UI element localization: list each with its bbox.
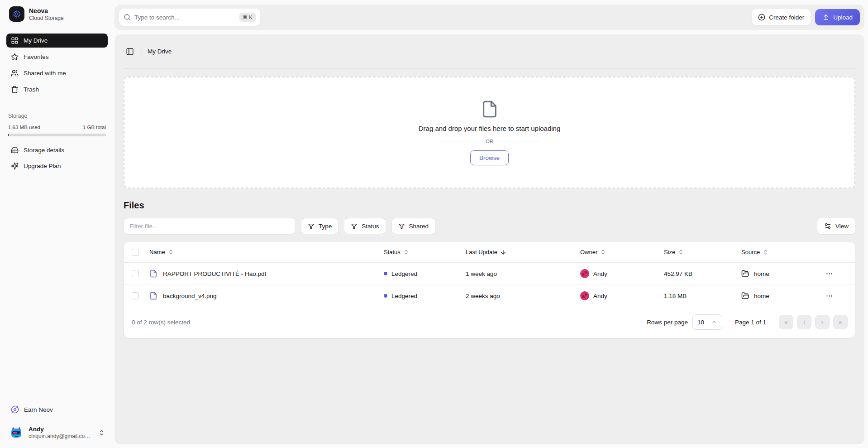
brand-name: Neova — [29, 7, 64, 15]
sidebar-item-storage-details[interactable]: Storage details — [6, 143, 108, 158]
files-table: Name Status Last Update — [124, 241, 855, 338]
sidebar-item-trash[interactable]: Trash — [6, 82, 108, 96]
funnel-icon — [351, 223, 358, 230]
search-input[interactable] — [134, 14, 236, 21]
folder-open-icon — [741, 292, 749, 300]
column-header-last-update[interactable]: Last Update — [466, 249, 580, 255]
select-all-checkbox[interactable] — [132, 249, 139, 256]
column-label: Size — [664, 249, 675, 255]
file-name: background_v4.png — [163, 293, 217, 299]
search-icon — [124, 14, 131, 21]
owner-name: Andy — [593, 270, 607, 277]
sidebar-link-label: Storage details — [24, 147, 64, 154]
owner-avatar — [580, 269, 589, 278]
table-header-row: Name Status Last Update — [124, 242, 855, 263]
storage-used: 1.63 MB used — [8, 125, 40, 130]
earn-neov-label: Earn Neov — [24, 406, 53, 413]
sort-chevrons-icon — [403, 249, 409, 255]
column-header-source[interactable]: Source — [741, 249, 825, 255]
user-meta: Andy cinquin.andy@gmail.co… — [29, 426, 94, 439]
chevron-up-icon — [711, 319, 717, 325]
previous-page-button[interactable]: ‹ — [797, 315, 811, 329]
column-header-owner[interactable]: Owner — [580, 249, 664, 255]
status-dot — [384, 294, 387, 298]
sliders-icon — [824, 222, 831, 230]
row-actions-button[interactable] — [825, 292, 855, 300]
row-checkbox[interactable] — [132, 292, 139, 299]
earn-neov-link[interactable]: Earn Neov — [6, 403, 108, 416]
brand-text: Neova Cloud Storage — [29, 7, 64, 21]
file-name: RAPPORT PRODUCTIVITÉ - Hao.pdf — [163, 270, 266, 277]
create-folder-button[interactable]: Create folder — [752, 9, 811, 25]
user-menu[interactable]: Andy cinquin.andy@gmail.co… — [6, 423, 108, 443]
source-label: home — [754, 270, 769, 277]
trash-icon — [11, 86, 19, 93]
sidebar-item-label: Trash — [24, 86, 39, 93]
table-row[interactable]: RAPPORT PRODUCTIVITÉ - Hao.pdf Ledgered … — [124, 263, 855, 285]
filter-file-input[interactable] — [124, 218, 296, 234]
row-actions-button[interactable] — [825, 270, 855, 278]
rows-per-page-label: Rows per page — [647, 319, 688, 326]
column-header-status[interactable]: Status — [384, 249, 466, 255]
file-icon — [149, 270, 157, 278]
storage-progress-bar — [8, 134, 106, 136]
users-icon — [11, 69, 19, 77]
sidebar-item-upgrade-plan[interactable]: Upgrade Plan — [6, 159, 108, 173]
star-icon — [11, 53, 19, 61]
status-label: Ledgered — [391, 293, 417, 299]
sidebar-item-shared-with-me[interactable]: Shared with me — [6, 66, 108, 80]
selection-summary: 0 of 2 row(s) selected. — [132, 319, 192, 326]
next-page-button[interactable]: › — [815, 315, 830, 329]
filter-type-label: Type — [319, 223, 332, 230]
ellipsis-icon — [825, 292, 833, 300]
orbit-icon — [11, 405, 19, 414]
topbar: ⌘ K Create folder Upload — [114, 5, 864, 30]
sort-chevrons-icon — [678, 249, 684, 255]
search-box[interactable]: ⌘ K — [119, 9, 260, 26]
last-page-button[interactable]: » — [833, 315, 848, 329]
last-update-cell: 1 week ago — [466, 270, 580, 277]
dropzone-or-divider: OR — [439, 139, 539, 144]
table-row[interactable]: background_v4.png Ledgered 2 weeks ago A… — [124, 285, 855, 307]
sort-chevrons-icon — [168, 249, 174, 255]
neova-logo-icon — [9, 6, 24, 22]
sidebar-item-label: My Drive — [24, 37, 48, 44]
rows-per-page-select[interactable]: 10 — [692, 314, 722, 330]
content-panel: My Drive Drag and drop your files here t… — [114, 34, 864, 444]
column-label: Owner — [580, 249, 597, 255]
sidebar-item-label: Favorites — [24, 53, 49, 60]
storage-heading: Storage — [8, 113, 106, 119]
sidebar-toggle-button[interactable] — [124, 45, 136, 58]
filter-shared-label: Shared — [409, 223, 429, 230]
row-checkbox[interactable] — [132, 270, 139, 277]
funnel-icon — [398, 223, 405, 230]
filter-row: Type Status Shared — [124, 218, 855, 234]
filter-shared-button[interactable]: Shared — [391, 218, 436, 234]
ellipsis-icon — [825, 270, 833, 278]
main-area: ⌘ K Create folder Upload — [114, 5, 864, 444]
app-window: Neova Cloud Storage My Drive Favorites — [0, 0, 868, 448]
sidebar-item-label: Shared with me — [24, 70, 66, 77]
column-header-name[interactable]: Name — [149, 249, 384, 255]
storage-block: Storage 1.63 MB used 1 GB total — [6, 113, 108, 136]
source-label: home — [754, 293, 769, 299]
status-dot — [384, 272, 387, 275]
chevrons-up-down-icon — [98, 429, 105, 436]
upload-button[interactable]: Upload — [815, 9, 860, 25]
upload-dropzone[interactable]: Drag and drop your files here to start u… — [124, 77, 855, 188]
sidebar-item-favorites[interactable]: Favorites — [6, 50, 108, 64]
filter-type-button[interactable]: Type — [301, 218, 339, 234]
sidebar-item-my-drive[interactable]: My Drive — [6, 34, 108, 48]
column-label: Last Update — [466, 249, 497, 255]
view-button[interactable]: View — [817, 218, 855, 234]
owner-name: Andy — [593, 293, 607, 299]
hard-drive-icon — [11, 146, 19, 154]
sidebar-link-label: Upgrade Plan — [24, 163, 61, 169]
filter-status-button[interactable]: Status — [344, 218, 386, 234]
column-header-size[interactable]: Size — [664, 249, 741, 255]
size-cell: 1.18 MB — [664, 293, 741, 299]
circle-plus-icon — [758, 14, 765, 21]
first-page-button[interactable]: « — [779, 315, 793, 329]
view-label: View — [835, 223, 849, 230]
browse-button[interactable]: Browse — [470, 150, 509, 165]
